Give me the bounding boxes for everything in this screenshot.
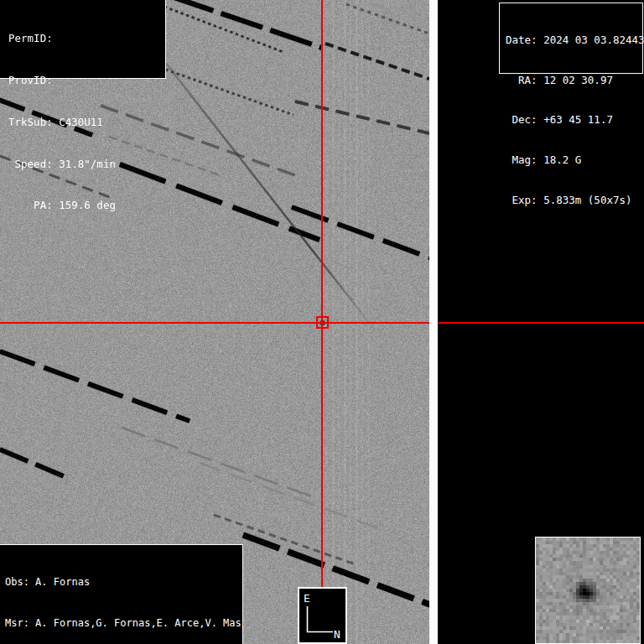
- astrometry-viewer: PermID: ProvID: TrkSub: C430U11 Speed: 3…: [0, 0, 644, 644]
- object-zoom-thumbnail: [535, 537, 641, 644]
- dec-line: Dec: +63 45 11.7: [506, 113, 642, 127]
- trksub-line: TrkSub: C430U11: [8, 116, 165, 130]
- north-label: N: [334, 628, 340, 641]
- ra-line: RA: 12 02 30.97: [506, 74, 642, 87]
- target-info-panel: PermID: ProvID: TrkSub: C430U11 Speed: 3…: [0, 0, 166, 79]
- mag-line: Mag: 18.2 G: [506, 153, 642, 167]
- crosshair-horizontal-left: [0, 322, 429, 324]
- east-label: E: [304, 592, 310, 605]
- observation-info-panel: Date: 2024 03 03.82443 RA: 12 02 30.97 D…: [499, 3, 643, 74]
- image-edge-strip: [429, 0, 438, 644]
- site-info-panel: Obs: A. Fornas Msr: A. Fornas,G. Fornas,…: [0, 544, 243, 644]
- speed-line: Speed: 31.8"/min: [8, 158, 165, 172]
- prov-id-line: ProvID:: [8, 74, 165, 88]
- observer-line: Obs: A. Fornas: [5, 575, 242, 589]
- pa-line: PA: 159.6 deg: [8, 199, 165, 213]
- thumbnail-canvas: [536, 538, 640, 643]
- perm-id-line: PermID:: [8, 32, 165, 46]
- exp-line: Exp: 5.833m (50x7s): [506, 194, 642, 207]
- measurers-line: Msr: A. Fornas,G. Fornas,E. Arce,V. Mas: [5, 616, 242, 630]
- date-line: Date: 2024 03 03.82443: [506, 34, 642, 47]
- orientation-compass: E N: [298, 587, 347, 644]
- compass-arrow-lines: [308, 606, 334, 632]
- compass-axes-icon: E N: [299, 589, 345, 642]
- crosshair-horizontal-right: [439, 322, 644, 324]
- target-marker-box: [316, 316, 329, 329]
